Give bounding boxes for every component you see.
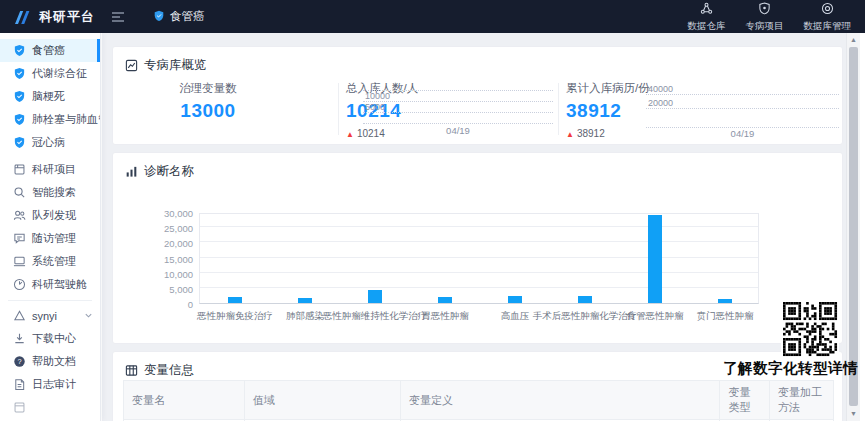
app-root: 科研平台 食管癌 数据仓库专病项目数据库管理 食管癌代谢综合征脑梗死肺栓塞与肺血… bbox=[0, 0, 865, 421]
category-label: 肺部感染 bbox=[286, 310, 324, 323]
db-manage-icon bbox=[821, 1, 834, 19]
bar bbox=[228, 297, 242, 303]
y-axis-tick-label: 25,000 bbox=[131, 223, 193, 234]
qr-caption: 了解数字化转型详情 bbox=[690, 359, 858, 378]
y-axis-tick-label: 15,000 bbox=[131, 254, 193, 265]
sidebar-item-partial[interactable] bbox=[0, 396, 100, 419]
variables-table: 变量名值域变量定义变量类型变量加工方法 年龄1-10岁,10-20岁,30-40… bbox=[123, 380, 834, 421]
column-header: 变量定义 bbox=[400, 381, 720, 420]
sidebar-item-2[interactable]: 脑梗死 bbox=[0, 85, 100, 108]
sidebar-item-0[interactable]: 食管癌 bbox=[0, 39, 100, 62]
stat-value: 38912 bbox=[566, 100, 650, 122]
y-axis-tick-label: 0 bbox=[131, 299, 193, 310]
sidebar-item-12[interactable]: 下载中心 bbox=[0, 327, 100, 350]
sidebar-item-9[interactable]: 系统管理 bbox=[0, 250, 100, 273]
diagnosis-title-text: 诊断名称 bbox=[144, 163, 194, 180]
nav-item-label: 专病项目 bbox=[746, 20, 784, 33]
nav-item-label: 数据库管理 bbox=[804, 20, 852, 33]
project-icon bbox=[13, 163, 26, 176]
sidebar-item-13[interactable]: ?帮助文档 bbox=[0, 350, 100, 373]
chart-gridline bbox=[200, 226, 758, 227]
sidebar-item-label: 系统管理 bbox=[32, 254, 76, 269]
shield-outline-icon bbox=[758, 1, 771, 19]
diagnosis-plot: 恶性肿瘤免疫治疗肺部感染恶性肿瘤维持性化学治疗胃恶性肿瘤高血压手术后恶性肿瘤化学… bbox=[199, 213, 759, 304]
sidebar-item-8[interactable]: 随访管理 bbox=[0, 227, 100, 250]
sidebar: 食管癌代谢综合征脑梗死肺栓塞与肺血管病冠心病科研项目智能搜索队列发现随访管理系统… bbox=[0, 33, 101, 421]
sidebar-item-label: 队列发现 bbox=[32, 208, 76, 223]
warehouse-icon bbox=[700, 1, 713, 19]
sidebar-item-14[interactable]: 日志审计 bbox=[0, 373, 100, 396]
sidebar-item-label: 代谢综合征 bbox=[32, 66, 87, 81]
spark-xtick: 04/19 bbox=[646, 128, 839, 139]
spark-ytick: 10000 bbox=[365, 91, 390, 101]
nav-item-0[interactable]: 数据仓库 bbox=[688, 1, 726, 33]
sidebar-item-7[interactable]: 队列发现 bbox=[0, 204, 100, 227]
cohort-icon bbox=[13, 209, 26, 222]
spark-gridline bbox=[363, 123, 553, 124]
sidebar-item-label: 科研项目 bbox=[32, 162, 76, 177]
stat-value: 13000 bbox=[133, 100, 283, 122]
overview-card-title: 专病库概览 bbox=[125, 57, 207, 74]
qr-code-image bbox=[781, 300, 839, 358]
sidebar-item-label: synyi bbox=[32, 310, 57, 322]
shield-icon bbox=[13, 44, 26, 57]
sparkline-records: 40000 20000 04/19 bbox=[646, 83, 839, 139]
system-icon bbox=[13, 255, 26, 268]
search-icon bbox=[13, 186, 26, 199]
help-icon: ? bbox=[13, 355, 26, 368]
sidebar-item-6[interactable]: 智能搜索 bbox=[0, 181, 100, 204]
chart-gridline bbox=[200, 241, 758, 242]
line-chart-icon bbox=[125, 59, 138, 72]
sidebar-item-11[interactable]: synyi bbox=[0, 304, 100, 327]
scroll-up-icon[interactable]: ▲ bbox=[847, 34, 860, 46]
app-title: 科研平台 bbox=[39, 8, 95, 26]
scrollbar-thumb[interactable] bbox=[849, 47, 858, 406]
sidebar-item-4[interactable]: 冠心病 bbox=[0, 131, 100, 154]
followup-icon bbox=[13, 232, 26, 245]
variables-table-head: 变量名值域变量定义变量类型变量加工方法 bbox=[124, 381, 834, 420]
column-header: 变量加工方法 bbox=[770, 381, 834, 420]
category-label: 高血压 bbox=[501, 310, 530, 323]
scroll-down-icon[interactable]: ▼ bbox=[847, 408, 860, 420]
sidebar-item-3[interactable]: 肺栓塞与肺血管病 bbox=[0, 108, 100, 131]
chart-gridline bbox=[200, 257, 758, 258]
shield-icon bbox=[13, 90, 26, 103]
nav-item-2[interactable]: 数据库管理 bbox=[804, 1, 852, 33]
shield-icon bbox=[13, 67, 26, 80]
y-axis-tick-label: 10,000 bbox=[131, 269, 193, 280]
sidebar-menu: 食管癌代谢综合征脑梗死肺栓塞与肺血管病冠心病科研项目智能搜索队列发现随访管理系统… bbox=[0, 39, 100, 419]
bar bbox=[368, 290, 382, 303]
svg-text:?: ? bbox=[17, 357, 21, 366]
project-tab[interactable]: 食管癌 bbox=[143, 0, 215, 33]
sidebar-item-1[interactable]: 代谢综合征 bbox=[0, 62, 100, 85]
stat-total-records: 累计入库病历/份 38912 38912 bbox=[566, 81, 650, 139]
bar bbox=[298, 298, 312, 303]
bar bbox=[718, 299, 732, 303]
y-axis-tick-label: 30,000 bbox=[131, 208, 193, 219]
spark-gridline bbox=[363, 112, 553, 113]
category-label: 胃恶性肿瘤 bbox=[421, 310, 469, 323]
spark-gridline bbox=[646, 108, 839, 109]
column-header: 变量名 bbox=[124, 381, 245, 420]
qr-code bbox=[781, 300, 839, 358]
nav-item-1[interactable]: 专病项目 bbox=[746, 1, 784, 33]
sidebar-item-label: 日志审计 bbox=[32, 377, 76, 392]
bar bbox=[648, 215, 662, 303]
spark-xtick: 04/19 bbox=[363, 125, 553, 136]
sidebar-item-10[interactable]: 科研驾驶舱 bbox=[0, 273, 100, 296]
stat-governed-variables: 治理变量数 13000 bbox=[133, 81, 283, 122]
stat-label: 累计入库病历/份 bbox=[566, 81, 650, 96]
stat-divider bbox=[558, 83, 559, 135]
sidebar-item-label: 食管癌 bbox=[32, 43, 65, 58]
variables-title-text: 变量信息 bbox=[144, 362, 194, 379]
stat-divider bbox=[338, 83, 339, 135]
stat-delta: 38912 bbox=[566, 128, 650, 139]
sidebar-item-label: 随访管理 bbox=[32, 231, 76, 246]
overview-card: 专病库概览 治理变量数 13000 总入库人数/人 10214 10214 10… bbox=[112, 46, 843, 145]
spark-gridline bbox=[363, 90, 553, 91]
project-tab-label: 食管癌 bbox=[170, 9, 205, 24]
sidebar-item-5[interactable]: 科研项目 bbox=[0, 158, 100, 181]
menu-fold-icon[interactable] bbox=[111, 11, 125, 23]
shield-icon bbox=[13, 113, 26, 126]
category-label: 恶性肿瘤维持性化学治疗 bbox=[323, 310, 428, 323]
